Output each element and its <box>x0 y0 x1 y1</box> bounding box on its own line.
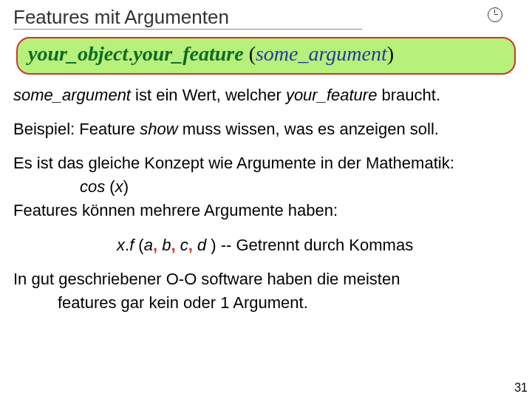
p1-arg: some_argument <box>13 86 131 104</box>
para-3: Es ist das gleiche Konzept wie Argumente… <box>13 153 519 174</box>
clock-icon <box>488 7 502 22</box>
p1-feat: your_feature <box>286 86 378 104</box>
p5-c1: , <box>153 236 162 254</box>
p5-b: b <box>162 236 171 254</box>
body-text: some_argument ist ein Wert, welcher your… <box>13 85 519 313</box>
para-6a: In gut geschriebener O-O software haben … <box>13 269 519 290</box>
p2-c: muss wissen, was es anzeigen soll. <box>178 120 439 138</box>
p5-c3: , <box>188 236 197 254</box>
p1-end: braucht. <box>377 86 440 104</box>
code-open: ( <box>244 42 256 65</box>
code-argument: some_argument <box>256 42 387 65</box>
para-6b: features gar kein oder 1 Argument. <box>13 293 519 313</box>
p2-a: Beispiel: Feature <box>13 120 140 138</box>
title-row: Features mit Argumenten <box>13 6 519 30</box>
para-5: x.f (a, b, c, d ) -- Getrennt durch Komm… <box>13 235 519 256</box>
para-2: Beispiel: Feature show muss wissen, was … <box>13 119 519 140</box>
page-number: 31 <box>514 381 528 395</box>
p5-x: x <box>117 236 125 254</box>
slide: Features mit Argumenten your_object.your… <box>0 0 532 399</box>
code-object: your_object <box>28 42 128 65</box>
para-3b: cos (x) <box>13 177 519 197</box>
p5-comment: -- Getrennt durch Kommas <box>216 236 414 254</box>
p5-c: c <box>180 236 188 254</box>
code-feature: your_feature <box>133 42 243 65</box>
code-close: ) <box>387 42 394 65</box>
code-callout: your_object.your_feature (some_argument) <box>16 37 516 75</box>
p5-c2: , <box>171 236 180 254</box>
p3b-cos: cos <box>80 177 105 196</box>
p1-mid: ist ein Wert, welcher <box>131 86 286 104</box>
para-1: some_argument ist ein Wert, welcher your… <box>13 85 519 106</box>
p3b-open: ( <box>105 177 115 196</box>
para-4: Features können mehrere Argumente haben: <box>13 200 519 221</box>
p5-d: d <box>197 236 211 254</box>
p2-show: show <box>140 120 177 138</box>
p3b-x: x <box>115 177 123 196</box>
p3b-close: ) <box>123 177 129 196</box>
p5-a: a <box>144 236 153 254</box>
p5-open: ( <box>134 236 143 254</box>
p5-close: ) <box>211 236 216 254</box>
slide-title: Features mit Argumenten <box>13 6 229 30</box>
